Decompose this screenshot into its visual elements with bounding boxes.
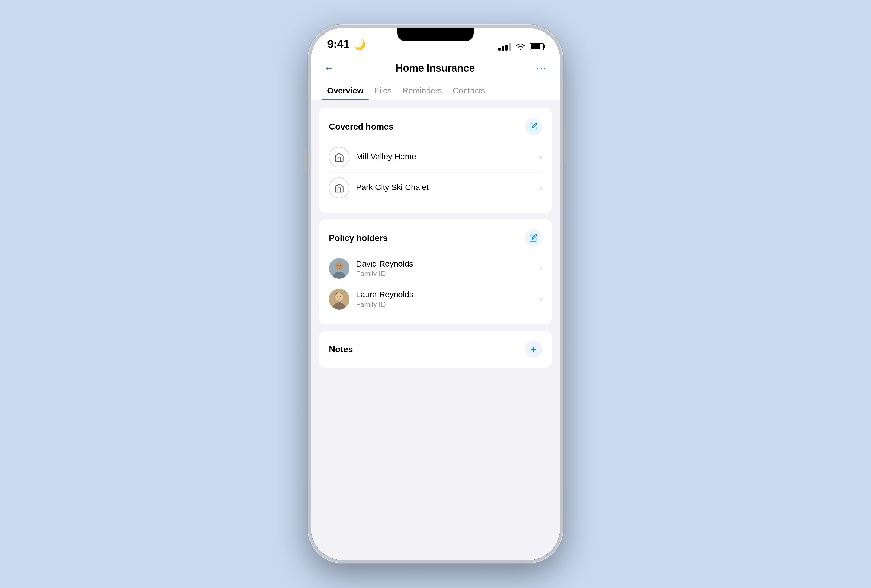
tab-overview[interactable]: Overview <box>322 82 369 100</box>
covered-homes-edit-button[interactable] <box>525 118 542 135</box>
status-time: 9:41 🌙 <box>327 37 366 51</box>
nav-top-bar: ← Home Insurance ··· <box>322 59 549 82</box>
david-reynolds-item[interactable]: David Reynolds Family ID › <box>329 253 542 284</box>
time-display: 9:41 <box>327 37 350 50</box>
park-city-text: Park City Ski Chalet <box>356 183 536 193</box>
svg-point-1 <box>335 262 343 270</box>
mill-valley-item[interactable]: Mill Valley Home › <box>329 142 542 173</box>
tab-reminders[interactable]: Reminders <box>397 82 447 100</box>
more-button[interactable]: ··· <box>534 59 549 77</box>
notch <box>397 28 474 41</box>
laura-avatar <box>329 289 350 310</box>
battery-icon <box>530 43 544 50</box>
svg-point-4 <box>340 265 341 266</box>
notes-header: Notes + <box>329 341 542 358</box>
policy-holders-title: Policy holders <box>329 233 388 243</box>
notes-add-button[interactable]: + <box>525 341 542 358</box>
laura-text: Laura Reynolds Family ID <box>356 290 536 309</box>
laura-sub: Family ID <box>356 300 536 309</box>
david-chevron: › <box>540 264 542 273</box>
park-city-name: Park City Ski Chalet <box>356 183 536 192</box>
park-city-item[interactable]: Park City Ski Chalet › <box>329 173 542 203</box>
covered-homes-card: Covered homes <box>319 108 552 213</box>
notes-title: Notes <box>329 344 353 355</box>
svg-point-9 <box>340 296 341 297</box>
policy-holders-header: Policy holders <box>329 229 542 247</box>
david-name: David Reynolds <box>356 259 536 268</box>
policy-holders-card: Policy holders <box>319 219 552 324</box>
mill-valley-chevron: › <box>540 153 542 162</box>
moon-icon: 🌙 <box>353 39 366 50</box>
page-title: Home Insurance <box>395 62 475 74</box>
svg-point-6 <box>335 293 343 301</box>
phone-screen: 9:41 🌙 <box>311 28 560 560</box>
svg-point-8 <box>337 296 338 297</box>
mill-valley-text: Mill Valley Home <box>356 152 536 162</box>
svg-point-3 <box>337 265 338 266</box>
laura-chevron: › <box>540 295 542 304</box>
nav-header: ← Home Insurance ··· Overview Files Remi… <box>311 55 560 100</box>
signal-icon <box>498 42 511 51</box>
tab-bar: Overview Files Reminders Contacts <box>322 82 549 100</box>
laura-name: Laura Reynolds <box>356 290 536 299</box>
side-button <box>564 128 568 163</box>
home-icon-mill-valley <box>329 147 350 168</box>
mill-valley-name: Mill Valley Home <box>356 152 536 161</box>
home-icon-park-city <box>329 178 350 198</box>
policy-holders-edit-button[interactable] <box>525 229 542 247</box>
covered-homes-title: Covered homes <box>329 122 393 132</box>
david-sub: Family ID <box>356 269 536 278</box>
david-text: David Reynolds Family ID <box>356 259 536 278</box>
status-icons <box>498 42 544 51</box>
vol-down-btn <box>303 150 307 172</box>
tab-files[interactable]: Files <box>369 82 397 100</box>
phone-frame: 9:41 🌙 <box>308 24 563 564</box>
back-button[interactable]: ← <box>322 60 337 76</box>
scroll-content: Covered homes <box>311 100 560 560</box>
notes-card: Notes + <box>319 331 552 368</box>
laura-reynolds-item[interactable]: Laura Reynolds Family ID › <box>329 284 542 314</box>
david-avatar <box>329 258 350 279</box>
screen-content: 9:41 🌙 <box>311 28 560 560</box>
tab-contacts[interactable]: Contacts <box>447 82 491 100</box>
covered-homes-header: Covered homes <box>329 118 542 135</box>
wifi-icon <box>516 43 525 50</box>
park-city-chevron: › <box>540 184 542 192</box>
